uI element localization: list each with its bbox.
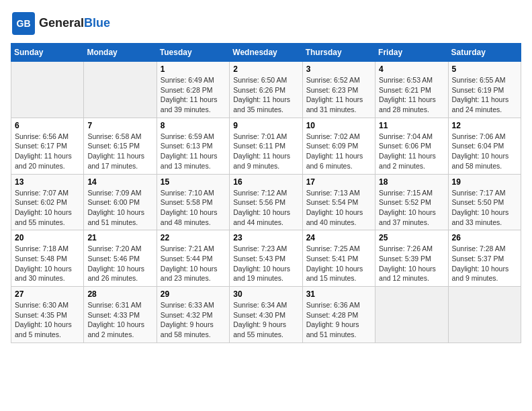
day-number: 5 [452,64,517,74]
calendar-cell [448,287,521,343]
day-info: Sunrise: 6:31 AM Sunset: 4:33 PM Dayligh… [87,300,152,340]
day-number: 3 [306,64,371,74]
day-info: Sunrise: 6:56 AM Sunset: 6:17 PM Dayligh… [15,132,80,171]
calendar-cell [11,62,84,118]
calendar-week-row: 6Sunrise: 6:56 AM Sunset: 6:17 PM Daylig… [11,118,521,174]
day-info: Sunrise: 6:58 AM Sunset: 6:15 PM Dayligh… [87,132,152,171]
day-info: Sunrise: 7:21 AM Sunset: 5:44 PM Dayligh… [161,244,226,283]
day-number: 29 [161,289,226,299]
logo-icon: GB [11,11,36,36]
day-number: 22 [161,233,226,242]
day-info: Sunrise: 7:26 AM Sunset: 5:39 PM Dayligh… [379,244,444,283]
calendar-cell: 17Sunrise: 7:13 AM Sunset: 5:54 PM Dayli… [302,174,375,230]
day-of-week-header: Tuesday [157,44,229,62]
day-number: 7 [87,121,152,130]
day-number: 23 [233,233,298,242]
day-of-week-header: Thursday [302,44,375,62]
calendar-week-row: 1Sunrise: 6:49 AM Sunset: 6:28 PM Daylig… [11,62,521,118]
day-info: Sunrise: 7:07 AM Sunset: 6:02 PM Dayligh… [15,188,80,228]
day-of-week-header: Monday [84,44,157,62]
calendar-cell: 31Sunrise: 6:36 AM Sunset: 4:28 PM Dayli… [302,287,375,343]
day-info: Sunrise: 7:01 AM Sunset: 6:11 PM Dayligh… [233,132,298,171]
calendar-week-row: 20Sunrise: 7:18 AM Sunset: 5:48 PM Dayli… [11,230,521,287]
calendar-cell: 4Sunrise: 6:53 AM Sunset: 6:21 PM Daylig… [375,62,448,118]
day-info: Sunrise: 6:50 AM Sunset: 6:26 PM Dayligh… [233,75,298,115]
day-number: 30 [233,289,298,299]
calendar-cell: 30Sunrise: 6:34 AM Sunset: 4:30 PM Dayli… [230,287,302,343]
calendar-cell: 27Sunrise: 6:30 AM Sunset: 4:35 PM Dayli… [11,287,84,343]
day-number: 16 [233,177,298,187]
day-info: Sunrise: 7:18 AM Sunset: 5:48 PM Dayligh… [15,244,80,283]
day-number: 9 [233,121,298,130]
calendar-cell: 9Sunrise: 7:01 AM Sunset: 6:11 PM Daylig… [230,118,302,174]
calendar-cell [84,62,157,118]
day-number: 27 [15,289,80,299]
calendar-cell: 12Sunrise: 7:06 AM Sunset: 6:04 PM Dayli… [448,118,521,174]
day-number: 26 [452,233,517,242]
day-number: 10 [306,121,371,130]
day-info: Sunrise: 7:25 AM Sunset: 5:41 PM Dayligh… [306,244,371,283]
day-info: Sunrise: 7:17 AM Sunset: 5:50 PM Dayligh… [452,188,517,228]
day-number: 18 [379,177,444,187]
day-info: Sunrise: 6:33 AM Sunset: 4:32 PM Dayligh… [161,300,226,340]
calendar-cell: 10Sunrise: 7:02 AM Sunset: 6:09 PM Dayli… [302,118,375,174]
day-info: Sunrise: 7:13 AM Sunset: 5:54 PM Dayligh… [306,188,371,228]
calendar-week-row: 13Sunrise: 7:07 AM Sunset: 6:02 PM Dayli… [11,174,521,230]
day-number: 2 [233,64,298,74]
day-info: Sunrise: 7:23 AM Sunset: 5:43 PM Dayligh… [233,244,298,283]
calendar-cell: 14Sunrise: 7:09 AM Sunset: 6:00 PM Dayli… [84,174,157,230]
calendar-cell: 23Sunrise: 7:23 AM Sunset: 5:43 PM Dayli… [230,230,302,287]
day-number: 6 [15,121,80,130]
calendar-cell [375,287,448,343]
day-info: Sunrise: 7:10 AM Sunset: 5:58 PM Dayligh… [161,188,226,228]
calendar-cell: 22Sunrise: 7:21 AM Sunset: 5:44 PM Dayli… [157,230,229,287]
logo-text: GeneralBlue [39,17,110,30]
day-number: 4 [379,64,444,74]
calendar-cell: 21Sunrise: 7:20 AM Sunset: 5:46 PM Dayli… [84,230,157,287]
svg-text:GB: GB [17,18,31,29]
calendar-cell: 11Sunrise: 7:04 AM Sunset: 6:06 PM Dayli… [375,118,448,174]
day-of-week-header: Wednesday [230,44,302,62]
day-of-week-header: Saturday [448,44,521,62]
day-info: Sunrise: 6:36 AM Sunset: 4:28 PM Dayligh… [306,300,371,340]
calendar-body: 1Sunrise: 6:49 AM Sunset: 6:28 PM Daylig… [11,62,521,343]
calendar-cell: 16Sunrise: 7:12 AM Sunset: 5:56 PM Dayli… [230,174,302,230]
calendar-cell: 28Sunrise: 6:31 AM Sunset: 4:33 PM Dayli… [84,287,157,343]
calendar-cell: 5Sunrise: 6:55 AM Sunset: 6:19 PM Daylig… [448,62,521,118]
day-number: 31 [306,289,371,299]
calendar-cell: 29Sunrise: 6:33 AM Sunset: 4:32 PM Dayli… [157,287,229,343]
day-of-week-header: Friday [375,44,448,62]
day-number: 17 [306,177,371,187]
day-info: Sunrise: 6:30 AM Sunset: 4:35 PM Dayligh… [15,300,80,340]
day-number: 1 [161,64,226,74]
day-info: Sunrise: 6:52 AM Sunset: 6:23 PM Dayligh… [306,75,371,115]
calendar-cell: 2Sunrise: 6:50 AM Sunset: 6:26 PM Daylig… [230,62,302,118]
day-info: Sunrise: 6:53 AM Sunset: 6:21 PM Dayligh… [379,75,444,115]
day-number: 25 [379,233,444,242]
day-number: 20 [15,233,80,242]
calendar-cell: 8Sunrise: 6:59 AM Sunset: 6:13 PM Daylig… [157,118,229,174]
calendar-cell: 18Sunrise: 7:15 AM Sunset: 5:52 PM Dayli… [375,174,448,230]
day-number: 19 [452,177,517,187]
calendar-cell: 26Sunrise: 7:28 AM Sunset: 5:37 PM Dayli… [448,230,521,287]
day-info: Sunrise: 7:04 AM Sunset: 6:06 PM Dayligh… [379,132,444,171]
calendar-cell: 19Sunrise: 7:17 AM Sunset: 5:50 PM Dayli… [448,174,521,230]
page-header: GB GeneralBlue [11,11,521,36]
day-info: Sunrise: 6:49 AM Sunset: 6:28 PM Dayligh… [161,75,226,115]
day-number: 13 [15,177,80,187]
calendar-cell: 7Sunrise: 6:58 AM Sunset: 6:15 PM Daylig… [84,118,157,174]
day-info: Sunrise: 7:28 AM Sunset: 5:37 PM Dayligh… [452,244,517,283]
calendar-cell: 15Sunrise: 7:10 AM Sunset: 5:58 PM Dayli… [157,174,229,230]
day-number: 14 [87,177,152,187]
day-info: Sunrise: 7:06 AM Sunset: 6:04 PM Dayligh… [452,132,517,171]
day-info: Sunrise: 7:20 AM Sunset: 5:46 PM Dayligh… [87,244,152,283]
day-number: 28 [87,289,152,299]
days-of-week-row: SundayMondayTuesdayWednesdayThursdayFrid… [11,44,521,62]
logo: GB GeneralBlue [11,11,110,36]
day-info: Sunrise: 6:34 AM Sunset: 4:30 PM Dayligh… [233,300,298,340]
calendar-cell: 13Sunrise: 7:07 AM Sunset: 6:02 PM Dayli… [11,174,84,230]
day-info: Sunrise: 7:15 AM Sunset: 5:52 PM Dayligh… [379,188,444,228]
day-info: Sunrise: 6:55 AM Sunset: 6:19 PM Dayligh… [452,75,517,115]
day-info: Sunrise: 7:12 AM Sunset: 5:56 PM Dayligh… [233,188,298,228]
day-of-week-header: Sunday [11,44,84,62]
